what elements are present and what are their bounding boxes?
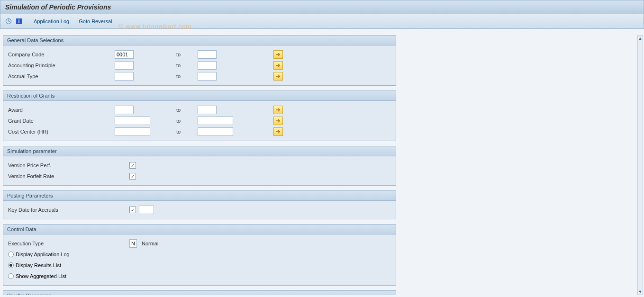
accrual-type-to-input[interactable] (198, 72, 217, 81)
application-log-link[interactable]: Application Log (30, 18, 73, 24)
multiple-selection-button[interactable] (273, 61, 283, 70)
label-to: to (176, 73, 198, 79)
exec-type-input[interactable] (129, 239, 137, 248)
multiple-selection-button[interactable] (273, 127, 283, 136)
label-grant-date: Grant Date (8, 118, 115, 124)
row-forfeit-rate: Version Forfeit Rate ✓ (8, 171, 391, 181)
row-opt-results[interactable]: Display Results List (8, 261, 391, 270)
page-title: Simulation of Periodic Provisions (5, 3, 111, 11)
exec-type-text: Normal (142, 241, 158, 246)
goto-reversal-link[interactable]: Goto Reversal (75, 18, 116, 24)
accounting-principle-from-input[interactable] (115, 61, 134, 70)
row-opt-app-log[interactable]: Display Application Log (8, 250, 391, 259)
row-exec-type: Execution Type Normal (8, 239, 391, 248)
content-area: General Data Selections Company Code to … (3, 35, 636, 295)
label-to: to (176, 52, 198, 57)
grant-date-from-input[interactable] (115, 117, 150, 125)
group-simulation-parameter: Simulation parameter Version Price Perf.… (3, 146, 396, 186)
group-general-data: General Data Selections Company Code to … (3, 35, 396, 86)
group-control-data: Control Data Execution Type Normal Displ… (3, 224, 396, 286)
row-company-code: Company Code to (8, 50, 391, 59)
group-posting-parameters: Posting Parameters Key Date for Accruals… (3, 190, 396, 219)
label-opt-app-log: Display Application Log (16, 252, 70, 257)
app-toolbar: i Application Log Goto Reversal (0, 14, 644, 29)
multiple-selection-button[interactable] (273, 50, 283, 59)
label-accrual-type: Accrual Type (8, 73, 115, 79)
group-title: Control Data (3, 225, 396, 234)
key-date-checkbox[interactable]: ✓ (129, 207, 136, 213)
row-price-perf: Version Price Perf. ✓ (8, 161, 391, 170)
scroll-down-icon[interactable]: ▼ (638, 289, 643, 295)
multiple-selection-button[interactable] (273, 72, 283, 81)
award-from-input[interactable] (115, 106, 134, 114)
row-cost-center: Cost Center (HR) to (8, 127, 391, 136)
multiple-selection-button[interactable] (273, 117, 283, 125)
label-forfeit-rate: Version Forfeit Rate (8, 173, 115, 179)
label-award: Award (8, 107, 115, 113)
grant-date-to-input[interactable] (198, 117, 233, 125)
row-key-date: Key Date for Accruals ✓ (8, 205, 391, 215)
forfeit-rate-checkbox[interactable]: ✓ (129, 173, 136, 180)
row-grant-date: Grant Date to (8, 116, 391, 126)
group-parallel-processing: Parallel Processing Server Group (3, 290, 396, 295)
radio-aggregated[interactable] (8, 273, 14, 279)
svg-text:i: i (18, 18, 19, 24)
label-exec-type: Execution Type (8, 241, 115, 246)
execute-icon[interactable] (4, 17, 13, 26)
group-title: Restriction of Grants (3, 91, 396, 101)
label-key-date: Key Date for Accruals (8, 207, 115, 213)
label-opt-aggregated: Show Aggregated List (16, 273, 66, 279)
label-to: to (176, 63, 198, 68)
row-accounting-principle: Accounting Principle to (8, 61, 391, 70)
accounting-principle-to-input[interactable] (198, 61, 217, 70)
label-to: to (176, 107, 198, 113)
info-icon[interactable]: i (15, 17, 23, 26)
company-code-from-input[interactable] (115, 50, 134, 59)
label-price-perf: Version Price Perf. (8, 162, 115, 168)
label-to: to (176, 118, 198, 124)
row-accrual-type: Accrual Type to (8, 72, 391, 81)
group-restriction-grants: Restriction of Grants Award to Grant Dat… (3, 90, 396, 141)
group-title: Parallel Processing (3, 291, 396, 295)
company-code-to-input[interactable] (198, 50, 217, 59)
row-award: Award to (8, 105, 391, 115)
vertical-scrollbar[interactable]: ▲ ▼ (637, 35, 643, 295)
title-bar: Simulation of Periodic Provisions (0, 0, 644, 14)
accrual-type-from-input[interactable] (115, 72, 134, 81)
label-to: to (176, 129, 198, 135)
label-accounting-principle: Accounting Principle (8, 63, 115, 68)
row-opt-aggregated[interactable]: Show Aggregated List (8, 271, 391, 281)
cost-center-from-input[interactable] (115, 127, 150, 136)
key-date-input[interactable] (139, 206, 154, 214)
group-title: General Data Selections (3, 36, 396, 45)
cost-center-to-input[interactable] (198, 127, 233, 136)
group-title: Posting Parameters (3, 191, 396, 201)
price-perf-checkbox[interactable]: ✓ (129, 162, 136, 169)
award-to-input[interactable] (198, 106, 217, 114)
radio-results-list[interactable] (8, 262, 14, 268)
multiple-selection-button[interactable] (273, 106, 283, 114)
scroll-up-icon[interactable]: ▲ (638, 36, 643, 41)
group-title: Simulation parameter (3, 146, 396, 156)
label-company-code: Company Code (8, 52, 115, 57)
radio-app-log[interactable] (8, 252, 14, 257)
label-cost-center: Cost Center (HR) (8, 129, 115, 135)
label-opt-results: Display Results List (16, 262, 61, 268)
